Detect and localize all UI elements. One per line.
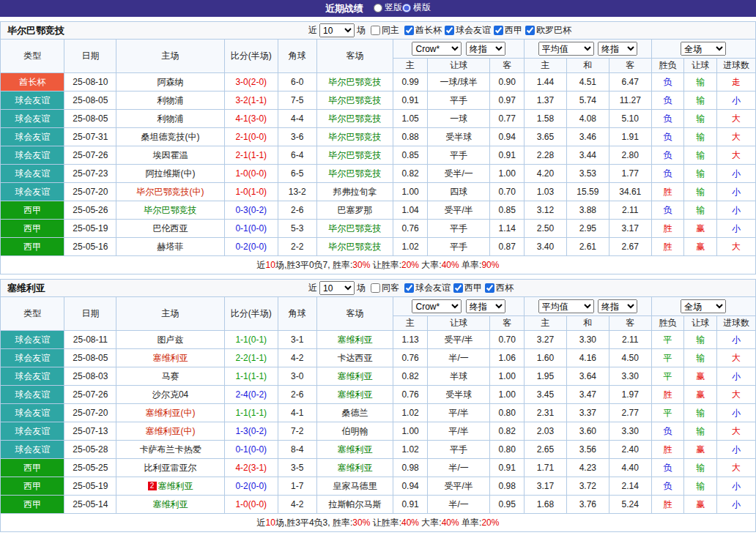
home-team[interactable]: 利物浦 [116, 91, 224, 110]
away-team[interactable]: 毕尔巴鄂竞技 [316, 110, 393, 128]
bookmaker-select[interactable]: Crow* [412, 299, 462, 313]
home-team[interactable]: 阿森纳 [116, 73, 224, 91]
home-team[interactable]: 阿拉维斯(中) [116, 165, 224, 183]
away-team[interactable]: 毕尔巴鄂竞技 [316, 238, 393, 256]
handicap-home-odds: 0.76 [393, 220, 428, 238]
home-team[interactable]: 图卢兹 [116, 331, 224, 349]
home-team[interactable]: 塞维利亚(中) [116, 404, 224, 422]
result-wdl: 负 [651, 201, 684, 220]
same-venue-checkbox[interactable] [371, 26, 380, 35]
away-team[interactable]: 塞维利亚 [316, 459, 393, 477]
home-team[interactable]: 比利亚雷亚尔 [116, 459, 224, 477]
team-section: 毕尔巴鄂竞技 近 10 场 同主 酋长杯球会友谊西甲欧罗巴杯 类型 日期 主场 … [0, 21, 756, 274]
away-team-name: 塞维利亚 [337, 335, 372, 345]
avg-away-odds: 3.30 [609, 367, 651, 386]
league-checkbox[interactable] [485, 283, 494, 293]
final-index-select[interactable]: 终指 [598, 299, 637, 313]
away-team[interactable]: 毕尔巴鄂竞技 [316, 91, 393, 110]
same-venue-filter[interactable]: 同主 [371, 24, 399, 37]
avg-away-odds: 1.77 [609, 165, 651, 183]
average-odds-select[interactable]: 平均值 [538, 299, 594, 313]
sub-result-wdl: 胜负 [651, 316, 684, 331]
sub-avg-draw: 和 [566, 316, 609, 331]
away-team[interactable]: 毕尔巴鄂竞技 [316, 220, 393, 238]
away-team[interactable]: 拉斯帕尔马斯 [316, 496, 393, 514]
away-team[interactable]: 伯明翰 [316, 422, 393, 441]
games-label: 场 [357, 282, 366, 294]
final-index-select[interactable]: 终指 [466, 42, 505, 56]
away-team[interactable]: 塞维利亚 [316, 367, 393, 386]
layout-option[interactable]: 竖版 [374, 1, 402, 14]
match-count-select[interactable]: 10 [319, 281, 355, 295]
home-team[interactable]: 毕尔巴鄂竞技 [116, 201, 224, 220]
handicap-away-odds: 0.98 [490, 477, 525, 496]
home-team[interactable]: 塞维利亚 [116, 496, 224, 514]
away-team[interactable]: 毕尔巴鄂竞技 [316, 165, 393, 183]
avg-away-odds: 2.80 [609, 146, 651, 165]
bookmaker-select[interactable]: Crow* [412, 42, 462, 56]
league-filter[interactable]: 西甲 [453, 282, 482, 294]
summary-segment: 场,胜3平4负3, 胜率: [275, 518, 352, 528]
home-team[interactable]: 2塞维利亚 [116, 477, 224, 496]
score: 2-1(1-1) [224, 146, 278, 165]
league-filter-label: 球会友谊 [415, 282, 451, 294]
fulltime-select[interactable]: 全场 [681, 299, 726, 313]
layout-radio[interactable] [402, 4, 411, 12]
match-row: 球会友谊25-08-05塞维利亚2-2(1-1)4-2卡达西亚0.76半/一1.… [1, 349, 756, 367]
away-team[interactable]: 皇家马德里 [316, 477, 393, 496]
result-goals: 小 [717, 183, 756, 201]
match-date: 25-05-16 [64, 238, 116, 256]
league-filter[interactable]: 球会友谊 [445, 24, 491, 37]
league-filter[interactable]: 西甲 [494, 24, 522, 37]
league-badge: 球会友谊 [1, 331, 64, 349]
league-checkbox[interactable] [404, 283, 414, 293]
layout-radio[interactable] [374, 4, 382, 12]
away-team[interactable]: 桑德兰 [316, 404, 393, 422]
home-team[interactable]: 卡萨布兰卡热爱 [116, 441, 224, 459]
same-venue-filter[interactable]: 同客 [371, 282, 399, 294]
avg-away-odds: 6.47 [609, 73, 651, 91]
final-index-select[interactable]: 终指 [466, 299, 505, 313]
away-team[interactable]: 塞维利亚 [316, 386, 393, 404]
away-team[interactable]: 巴塞罗那 [316, 201, 393, 220]
home-team[interactable]: 毕尔巴鄂竞技(中) [116, 183, 224, 201]
same-venue-checkbox[interactable] [371, 283, 380, 293]
result-goals: 小 [717, 91, 756, 110]
summary-segment: 40% [442, 260, 459, 270]
result-handicap: 赢 [684, 386, 717, 404]
home-team[interactable]: 桑坦德竞技(中) [116, 128, 224, 146]
avg-draw-odds: 3.47 [566, 386, 609, 404]
league-checkbox[interactable] [453, 283, 463, 293]
home-team[interactable]: 塞维利亚 [116, 349, 224, 367]
away-team[interactable]: 毕尔巴鄂竞技 [316, 146, 393, 165]
away-team[interactable]: 毕尔巴鄂竞技 [316, 73, 393, 91]
away-team[interactable]: 卡达西亚 [316, 349, 393, 367]
home-team[interactable]: 利物浦 [116, 110, 224, 128]
final-index-select[interactable]: 终指 [598, 42, 637, 56]
home-team[interactable]: 埃因霍温 [116, 146, 224, 165]
away-team[interactable]: 塞维利亚 [316, 331, 393, 349]
league-filter[interactable]: 欧罗巴杯 [525, 24, 571, 37]
result-handicap: 输 [684, 331, 717, 349]
home-team[interactable]: 塞维利亚(中) [116, 422, 224, 441]
average-odds-select[interactable]: 平均值 [538, 42, 594, 56]
handicap-home-odds: 0.91 [393, 91, 428, 110]
away-team[interactable]: 邦弗拉旬拿 [316, 183, 393, 201]
layout-option[interactable]: 横版 [402, 1, 431, 14]
league-filter[interactable]: 球会友谊 [404, 282, 451, 294]
league-filter[interactable]: 西杯 [485, 282, 514, 294]
league-filter[interactable]: 酋长杯 [404, 24, 442, 37]
league-checkbox[interactable] [494, 26, 503, 35]
league-checkbox[interactable] [525, 26, 535, 35]
away-team[interactable]: 毕尔巴鄂竞技 [316, 128, 393, 146]
home-team[interactable]: 马赛 [116, 367, 224, 386]
home-team[interactable]: 赫塔菲 [116, 238, 224, 256]
league-checkbox[interactable] [404, 26, 414, 35]
home-team[interactable]: 巴伦西亚 [116, 220, 224, 238]
avg-draw-odds: 2.95 [566, 220, 609, 238]
away-team[interactable]: 塞维利亚 [316, 441, 393, 459]
match-count-select[interactable]: 10 [319, 23, 355, 37]
home-team[interactable]: 沙尔克04 [116, 386, 224, 404]
fulltime-select[interactable]: 全场 [681, 42, 726, 56]
league-checkbox[interactable] [445, 26, 454, 35]
